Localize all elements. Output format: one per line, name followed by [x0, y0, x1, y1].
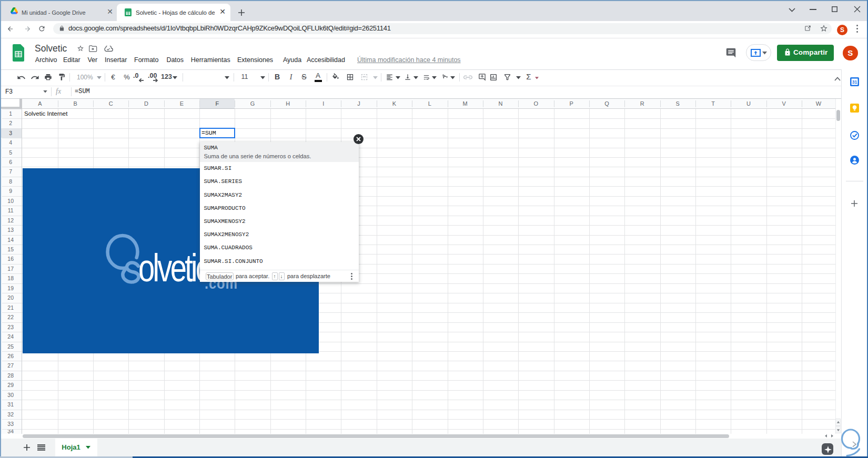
- svg-text:31: 31: [852, 79, 857, 85]
- svg-text:olvetic: olvetic: [138, 245, 210, 289]
